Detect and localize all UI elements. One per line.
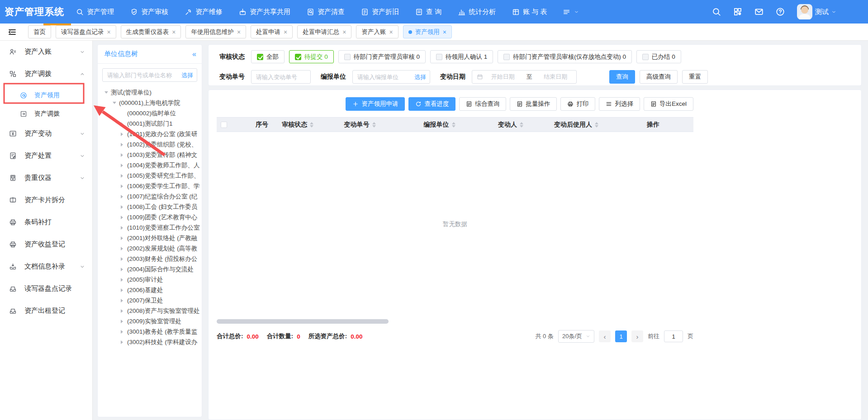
- tree-expander-icon[interactable]: [113, 102, 119, 104]
- tree-node[interactable]: (3001)教务处 (教学质量监: [121, 326, 202, 337]
- mail-icon[interactable]: [754, 7, 764, 16]
- tree-node[interactable]: (3002)科技处 (学科建设办: [121, 337, 202, 347]
- tree-node[interactable]: (1005)党委研究生工作部、: [121, 170, 202, 181]
- nav-menu-item[interactable]: 账 与 表: [512, 8, 547, 16]
- nav-menu-item[interactable]: 资产共享共用: [239, 8, 290, 16]
- toolbar-button[interactable]: 批量操作: [510, 97, 557, 111]
- sidebar-item-document-info-supplement[interactable]: 文档信息补录: [0, 255, 92, 278]
- tree-node[interactable]: (2003)财务处 (招投标办公: [121, 254, 202, 264]
- nav-menu-item[interactable]: 查 询: [415, 8, 441, 16]
- tree-node[interactable]: (1010)党委巡察工作办公室: [121, 222, 202, 233]
- tab[interactable]: 资产入账 ×: [356, 25, 398, 38]
- tree-node[interactable]: (1009)团委 (艺术教育中心: [121, 212, 202, 222]
- goto-page-input[interactable]: [664, 330, 683, 342]
- sidebar-item-asset-income-register[interactable]: 资产收益登记: [0, 233, 92, 255]
- tree-expander-icon[interactable]: [121, 320, 127, 323]
- tree-expander-icon[interactable]: [121, 340, 127, 344]
- tree-node[interactable]: (2002)发展规划处 (高等教: [121, 243, 202, 254]
- date-range-picker[interactable]: 开始日期 至 结束日期: [472, 70, 577, 84]
- tree-node[interactable]: (1004)党委教师工作部、人: [121, 160, 202, 170]
- tree-expander-icon[interactable]: [121, 299, 127, 302]
- column-header[interactable]: 编报单位: [397, 118, 482, 132]
- tree-node[interactable]: (2007)保卫处: [121, 295, 202, 306]
- tree-expander-icon[interactable]: [121, 132, 127, 136]
- column-header[interactable]: 变动人: [482, 118, 540, 132]
- tree-expander-icon[interactable]: [121, 195, 127, 198]
- tree-node[interactable]: 测试(管理单位): [104, 87, 202, 98]
- close-icon[interactable]: ×: [342, 29, 346, 35]
- sidebar-item-barcode-reprint[interactable]: 条码补打: [0, 211, 92, 233]
- sidebar-item-asset-claim[interactable]: 资产领用: [0, 85, 92, 105]
- scrollbar-thumb[interactable]: [217, 319, 389, 324]
- tree-expander-icon[interactable]: [121, 205, 127, 209]
- close-icon[interactable]: ×: [443, 29, 446, 35]
- prev-page-button[interactable]: ‹: [599, 330, 611, 342]
- tree-expander-icon[interactable]: [121, 309, 127, 313]
- tree-node[interactable]: (1002)党委组织部 (党校、: [121, 139, 202, 150]
- status-checkbox[interactable]: 待部门资产管理员审核 0: [338, 50, 426, 63]
- tree-expander-icon[interactable]: [104, 91, 111, 94]
- tab[interactable]: 生成贵重仪器表 ×: [121, 25, 181, 38]
- close-icon[interactable]: ×: [172, 29, 175, 35]
- sort-icons[interactable]: [595, 122, 598, 127]
- sidebar-item-asset-card-split[interactable]: 资产卡片拆分: [0, 189, 92, 211]
- close-icon[interactable]: ×: [284, 29, 287, 35]
- nav-menu-item[interactable]: 资产维修: [185, 8, 223, 16]
- column-header[interactable]: 操作: [613, 118, 693, 132]
- tree-expander-icon[interactable]: [121, 143, 127, 146]
- unit-select-link[interactable]: 选择: [181, 71, 193, 80]
- toolbar-button[interactable]: 资产领用申请: [346, 97, 405, 111]
- nav-menu-item[interactable]: 资产折旧: [361, 8, 399, 16]
- column-header[interactable]: 变动单号: [323, 118, 397, 132]
- tree-node[interactable]: (2001)对外联络处 (产教融: [121, 233, 202, 243]
- sidebar-item-asset-change[interactable]: 资产变动: [0, 123, 92, 145]
- tree-node[interactable]: (2008)资产与实验室管理处: [121, 306, 202, 316]
- nav-menu-item[interactable]: 资产审核: [130, 8, 168, 16]
- status-checkbox[interactable]: 待领用人确认 1: [430, 50, 493, 63]
- tree-expander-icon[interactable]: [121, 226, 127, 230]
- nav-menu-item[interactable]: 资产管理: [76, 8, 114, 16]
- column-header[interactable]: 审核状态: [273, 118, 323, 132]
- sort-icons[interactable]: [372, 122, 376, 127]
- tree-expander-icon[interactable]: [121, 330, 127, 334]
- tree-node[interactable]: (2005)审计处: [121, 274, 202, 285]
- current-page-button[interactable]: 1: [615, 330, 627, 342]
- toolbar-button[interactable]: 导出Excel: [644, 97, 693, 111]
- tree-node[interactable]: (0001)测试部门1: [121, 118, 202, 129]
- toolbar-button[interactable]: 综合查询: [459, 97, 506, 111]
- toolbar-button[interactable]: 打印: [560, 97, 595, 111]
- close-icon[interactable]: ×: [237, 29, 241, 35]
- tree-expander-icon[interactable]: [121, 216, 127, 219]
- sidebar-item-reader-inventory-records[interactable]: 读写器盘点记录: [0, 278, 92, 300]
- tab[interactable]: 首页 ×: [28, 25, 51, 38]
- tree-node[interactable]: (1007)纪监综合办公室 (纪: [121, 191, 202, 202]
- next-page-button[interactable]: ›: [631, 330, 643, 342]
- tab[interactable]: 处置申请 ×: [251, 25, 293, 38]
- tree-expander-icon[interactable]: [121, 268, 127, 271]
- column-header[interactable]: 序号: [251, 118, 273, 132]
- tree-node[interactable]: (1001)党政办公室 (政策研: [121, 129, 202, 139]
- reset-button[interactable]: 重置: [682, 70, 708, 84]
- sidebar-fold-button[interactable]: [6, 26, 18, 38]
- tree-node[interactable]: (1006)党委学生工作部、学: [121, 181, 202, 191]
- tab[interactable]: 年使用信息维护 ×: [185, 25, 246, 38]
- advanced-query-button[interactable]: 高级查询: [640, 70, 678, 84]
- more-menu-button[interactable]: [563, 8, 579, 16]
- user-menu[interactable]: 测试: [797, 4, 836, 19]
- order-no-input[interactable]: [251, 70, 311, 84]
- toolbar-button[interactable]: 查看进度: [408, 97, 455, 111]
- tree-node[interactable]: (1008)工会 (妇女工作委员: [121, 202, 202, 212]
- search-icon[interactable]: [712, 7, 721, 16]
- status-checkbox[interactable]: 全部: [251, 50, 285, 63]
- tree-expander-icon[interactable]: [121, 164, 127, 167]
- column-header[interactable]: [231, 118, 251, 132]
- tree-expander-icon[interactable]: [121, 236, 127, 240]
- status-checkbox[interactable]: 待提交 0: [289, 50, 334, 63]
- tree-expander-icon[interactable]: [121, 184, 127, 188]
- sidebar-item-asset-transfer-sub[interactable]: 资产调拨: [0, 105, 92, 123]
- tree-expander-icon[interactable]: [121, 247, 127, 250]
- tree-expander-icon[interactable]: [121, 174, 127, 178]
- close-icon[interactable]: ×: [107, 29, 111, 35]
- tab[interactable]: 处置申请汇总 ×: [297, 25, 351, 38]
- select-all-checkbox[interactable]: [221, 122, 227, 128]
